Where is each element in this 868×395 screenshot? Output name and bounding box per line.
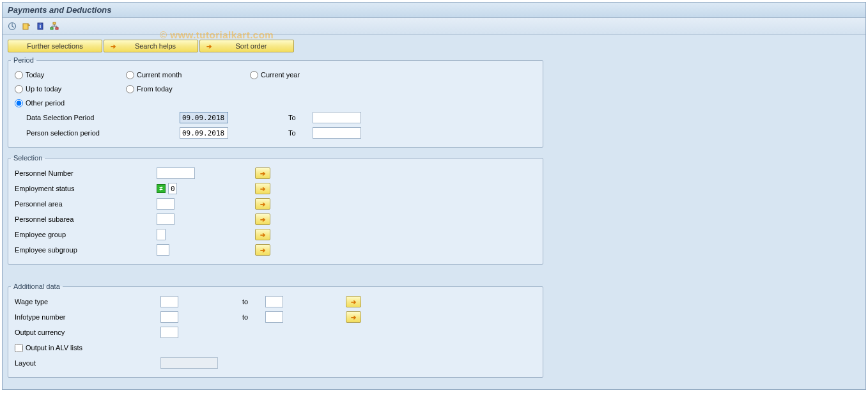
data-selection-from-input[interactable] (180, 112, 228, 123)
arrow-right-icon: ➔ (260, 247, 265, 254)
svg-rect-5 (50, 27, 53, 29)
arrow-right-icon: ➔ (351, 314, 356, 321)
personnel-subarea-multi-button[interactable]: ➔ (255, 213, 270, 225)
svg-rect-1 (23, 24, 28, 29)
radio-current-year-label: Current year (261, 71, 300, 79)
to-label: to (242, 298, 265, 306)
toolbar: i (3, 18, 865, 35)
person-selection-period-label: Person selection period (15, 129, 180, 137)
svg-rect-6 (56, 27, 58, 29)
employment-status-input[interactable] (168, 183, 177, 194)
arrow-right-icon: ➔ (260, 216, 265, 223)
personnel-area-input[interactable] (157, 198, 174, 210)
personnel-subarea-input[interactable] (157, 213, 174, 225)
wage-type-to-input[interactable] (265, 296, 283, 307)
employee-group-input[interactable] (157, 229, 166, 240)
data-selection-to-input[interactable] (313, 112, 361, 123)
execute-icon[interactable] (6, 20, 18, 32)
radio-from-today-label: From today (137, 85, 173, 93)
not-equal-icon[interactable]: ≠ (157, 184, 166, 193)
output-currency-input[interactable] (160, 327, 178, 338)
arrow-right-icon: ➔ (260, 170, 265, 177)
infotype-number-multi-button[interactable]: ➔ (346, 311, 361, 323)
wage-type-label: Wage type (15, 298, 160, 306)
org-structure-icon[interactable] (49, 20, 60, 32)
layout-label: Layout (15, 359, 160, 367)
personnel-number-label: Personnel Number (15, 169, 157, 177)
radio-today-label: Today (26, 71, 44, 79)
content-area: Further selections ➔Search helps ➔Sort o… (3, 35, 865, 389)
radio-other-period-label: Other period (26, 99, 65, 107)
wage-type-from-input[interactable] (160, 296, 178, 307)
info-icon[interactable]: i (35, 20, 46, 32)
period-legend: Period (11, 56, 36, 64)
radio-up-to-today-label: Up to today (26, 85, 61, 93)
period-group: Period Today Current month Current year … (8, 56, 543, 148)
radio-current-year[interactable] (250, 71, 258, 79)
selection-group: Selection Personnel Number ➔ Employment … (8, 154, 543, 265)
employee-group-multi-button[interactable]: ➔ (255, 229, 270, 240)
employee-subgroup-multi-button[interactable]: ➔ (255, 244, 270, 256)
arrow-right-icon: ➔ (351, 298, 356, 306)
employee-group-label: Employee group (15, 231, 157, 238)
to-label: to (242, 313, 265, 321)
layout-input[interactable] (160, 357, 218, 369)
selection-legend: Selection (11, 154, 45, 162)
svg-text:i: i (40, 23, 42, 29)
to-label: To (288, 129, 313, 137)
personnel-area-label: Personnel area (15, 200, 157, 208)
selection-button-row: Further selections ➔Search helps ➔Sort o… (8, 40, 860, 52)
employee-subgroup-input[interactable] (157, 244, 169, 256)
additional-data-group: Additional data Wage type to ➔ Infotype … (8, 283, 543, 378)
radio-today[interactable] (15, 71, 23, 79)
search-helps-button[interactable]: ➔Search helps (104, 40, 198, 52)
variant-icon[interactable] (20, 20, 32, 32)
radio-other-period[interactable] (15, 99, 23, 107)
person-selection-to-input[interactable] (313, 127, 361, 139)
personnel-subarea-label: Personnel subarea (15, 215, 157, 223)
employment-status-multi-button[interactable]: ➔ (255, 183, 270, 194)
data-selection-period-label: Data Selection Period (15, 114, 180, 121)
person-selection-from-input[interactable] (180, 127, 228, 139)
radio-from-today[interactable] (126, 85, 134, 93)
personnel-number-input[interactable] (157, 167, 195, 179)
personnel-number-multi-button[interactable]: ➔ (255, 167, 270, 179)
output-alv-label: Output in ALV lists (26, 344, 82, 352)
employee-subgroup-label: Employee subgroup (15, 246, 157, 254)
wage-type-multi-button[interactable]: ➔ (346, 296, 361, 307)
additional-data-legend: Additional data (11, 283, 63, 290)
arrow-right-icon: ➔ (206, 43, 212, 50)
further-selections-button[interactable]: Further selections (8, 40, 102, 52)
output-alv-checkbox[interactable] (15, 344, 23, 352)
arrow-right-icon: ➔ (111, 43, 116, 50)
radio-current-month[interactable] (126, 71, 134, 79)
svg-rect-4 (53, 22, 56, 24)
radio-current-month-label: Current month (137, 71, 182, 79)
arrow-right-icon: ➔ (260, 185, 265, 192)
infotype-number-label: Infotype number (15, 313, 160, 321)
infotype-number-from-input[interactable] (160, 311, 178, 323)
infotype-number-to-input[interactable] (265, 311, 283, 323)
to-label: To (288, 114, 313, 121)
personnel-area-multi-button[interactable]: ➔ (255, 198, 270, 210)
output-currency-label: Output currency (15, 329, 160, 336)
sort-order-button[interactable]: ➔Sort order (199, 40, 294, 52)
arrow-right-icon: ➔ (260, 231, 265, 238)
radio-up-to-today[interactable] (15, 85, 23, 93)
employment-status-label: Employment status (15, 185, 157, 192)
page-title: Payments and Deductions (3, 3, 865, 18)
arrow-right-icon: ➔ (260, 201, 265, 208)
